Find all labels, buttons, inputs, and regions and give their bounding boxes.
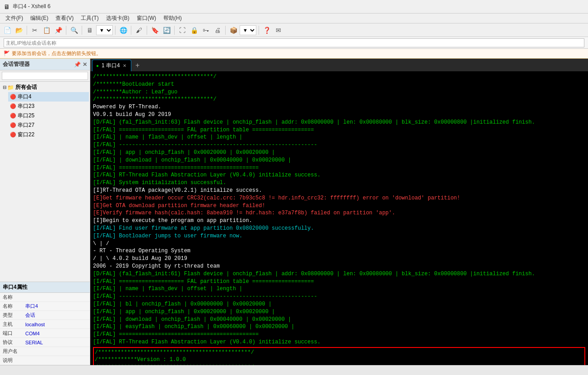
- menu-file[interactable]: 文件(F): [2, 14, 27, 23]
- toolbar-sep-5: [131, 26, 131, 35]
- toolbar-sep-6: [147, 26, 147, 35]
- props-row-desc: 说明: [0, 356, 90, 365]
- toolbar-new[interactable]: 📄: [2, 25, 13, 36]
- session-icon-4: 🔴: [10, 122, 16, 128]
- menu-tools[interactable]: 工具(T): [77, 14, 102, 23]
- prop-key-protocol: 协议: [0, 338, 23, 347]
- terminal-area: ● 1 串口4 ✕ + /***************************…: [90, 59, 588, 365]
- prop-key-username: 用户名: [0, 347, 23, 356]
- sidebar-close-icon[interactable]: ✕: [83, 61, 87, 68]
- props-row-protocol: 协议 SERIAL: [0, 338, 90, 347]
- sidebar-title: 会话管理器: [3, 60, 30, 68]
- toolbar-sep-1: [27, 26, 27, 35]
- props-table: 名称 名称 串口4 类型 会话 主机 localhost 端口 COM4: [0, 293, 90, 365]
- tree-root[interactable]: ⊟ 📁 所有会话: [1, 83, 89, 92]
- tree-children: 🔴 串口4 🔴 串口23 🔴 串口25 🔴 串口27 🔴 窗口22: [1, 92, 89, 139]
- sidebar-label-win22: 窗口22: [18, 131, 34, 139]
- sidebar-item-com4[interactable]: 🔴 串口4: [8, 92, 89, 102]
- toolbar-reload[interactable]: 🔄: [161, 25, 172, 36]
- toolbar-compose[interactable]: ✉: [273, 25, 284, 36]
- props-row-name-label: 名称: [0, 293, 90, 302]
- sidebar: 会话管理器 📌 ✕ ⊟ 📁 所有会话 🔴 串口4 🔴: [0, 59, 90, 365]
- sidebar-item-com27[interactable]: 🔴 串口27: [8, 120, 89, 130]
- sidebar-search-input[interactable]: [2, 72, 88, 80]
- prop-key-desc: 说明: [0, 356, 23, 365]
- status-bar: [0, 365, 588, 375]
- toolbar-copy[interactable]: 📋: [41, 25, 52, 36]
- toolbar-sep-7: [174, 26, 175, 35]
- sidebar-tree: ⊟ 📁 所有会话 🔴 串口4 🔴 串口23 🔴 串口25 🔴: [0, 82, 90, 282]
- tab-active-dot: ●: [96, 63, 99, 68]
- prop-val-name-label: [23, 293, 90, 302]
- tree-root-label: 所有会话: [15, 83, 37, 91]
- props-row-port: 端口 COM4: [0, 329, 90, 338]
- sidebar-pin-icon[interactable]: 📌: [74, 61, 81, 68]
- flag-icon: 🚩: [4, 51, 10, 56]
- toolbar: 📄 📂 ✂ 📋 📌 🔍 🖥 ▼ 🌐 🖌 🔖 🔄 ⛶ 🔒 🗝 🖨 📦 ▼ ❓ ✉: [0, 23, 588, 37]
- props-row-host: 主机 localhost: [0, 320, 90, 329]
- tab-label-com4: 1 串口4: [102, 62, 120, 69]
- session-icon-5: 🔴: [10, 132, 16, 138]
- toolbar-bookmark[interactable]: 🔖: [149, 25, 160, 36]
- prop-key-name: 名称: [0, 302, 23, 311]
- prop-key-name-label: 名称: [0, 293, 23, 302]
- prop-val-type: 会话: [23, 311, 90, 320]
- props-panel: 串口4属性 名称 名称 串口4 类型 会话 主机 localhost: [0, 282, 90, 365]
- title-bar: 🖥 串口4 - Xshell 6: [0, 0, 588, 14]
- props-row-type: 类型 会话: [0, 311, 90, 320]
- menu-help[interactable]: 帮助(H): [160, 14, 185, 23]
- toolbar-connect-new[interactable]: 🖥: [84, 25, 95, 36]
- tab-com4[interactable]: ● 1 串口4 ✕: [92, 60, 131, 71]
- props-header: 串口4属性: [0, 282, 90, 293]
- prop-val-port: COM4: [23, 329, 90, 338]
- toolbar-sep-8: [225, 26, 226, 35]
- toolbar-sep-4: [115, 26, 116, 35]
- toolbar-transfer-select[interactable]: ▼: [240, 25, 256, 35]
- menu-tabs[interactable]: 选项卡(B): [102, 14, 133, 23]
- app-icon: 🖥: [4, 3, 10, 10]
- session-icon-1: 🔴: [10, 94, 16, 100]
- toolbar-cut[interactable]: ✂: [29, 25, 40, 36]
- prop-val-name: 串口4: [23, 302, 90, 311]
- folder-icon: 📁: [7, 84, 14, 91]
- sidebar-label-com4: 串口4: [18, 93, 32, 101]
- sidebar-item-com23[interactable]: 🔴 串口23: [8, 102, 89, 111]
- sidebar-item-win22[interactable]: 🔴 窗口22: [8, 130, 89, 139]
- sidebar-search-area: [0, 70, 90, 82]
- tab-add-button[interactable]: +: [133, 61, 142, 70]
- sidebar-item-com25[interactable]: 🔴 串口25: [8, 111, 89, 120]
- menu-view[interactable]: 查看(V): [52, 14, 77, 23]
- prop-key-host: 主机: [0, 320, 23, 329]
- toolbar-open[interactable]: 📂: [14, 25, 24, 36]
- prop-key-type: 类型: [0, 311, 23, 320]
- toolbar-sep-9: [259, 26, 259, 35]
- toolbar-expand[interactable]: ⛶: [177, 25, 188, 36]
- toolbar-transfer[interactable]: 📦: [228, 25, 239, 36]
- address-input[interactable]: [4, 38, 584, 47]
- sidebar-label-com27: 串口27: [18, 121, 34, 129]
- session-icon-2: 🔴: [10, 103, 16, 109]
- toolbar-search[interactable]: 🔍: [69, 25, 79, 36]
- toolbar-help[interactable]: ❓: [261, 25, 272, 36]
- toolbar-globe[interactable]: 🌐: [118, 25, 129, 36]
- toolbar-paste[interactable]: 📌: [53, 25, 64, 36]
- toolbar-key[interactable]: 🗝: [200, 25, 211, 36]
- toolbar-brush[interactable]: 🖌: [134, 25, 144, 36]
- session-icon-3: 🔴: [10, 113, 16, 119]
- terminal-content[interactable]: /************************************/ /…: [90, 71, 588, 365]
- tab-close-icon[interactable]: ✕: [123, 63, 126, 68]
- toolbar-session-select[interactable]: ▼: [96, 25, 113, 35]
- prop-val-username: [23, 347, 90, 356]
- props-row-name: 名称 串口4: [0, 302, 90, 311]
- sidebar-header: 会话管理器 📌 ✕: [0, 59, 90, 70]
- toolbar-print[interactable]: 🖨: [212, 25, 223, 36]
- prop-key-port: 端口: [0, 329, 23, 338]
- tab-bar: ● 1 串口4 ✕ +: [90, 59, 588, 71]
- menu-edit[interactable]: 编辑(E): [27, 14, 52, 23]
- toolbar-lock[interactable]: 🔒: [189, 25, 199, 36]
- menu-bar: 文件(F) 编辑(E) 查看(V) 工具(T) 选项卡(B) 窗口(W) 帮助(…: [0, 14, 588, 23]
- sidebar-label-com23: 串口23: [18, 102, 34, 110]
- menu-window[interactable]: 窗口(W): [133, 14, 160, 23]
- prop-val-desc: [23, 356, 90, 365]
- sidebar-header-icons: 📌 ✕: [74, 61, 87, 68]
